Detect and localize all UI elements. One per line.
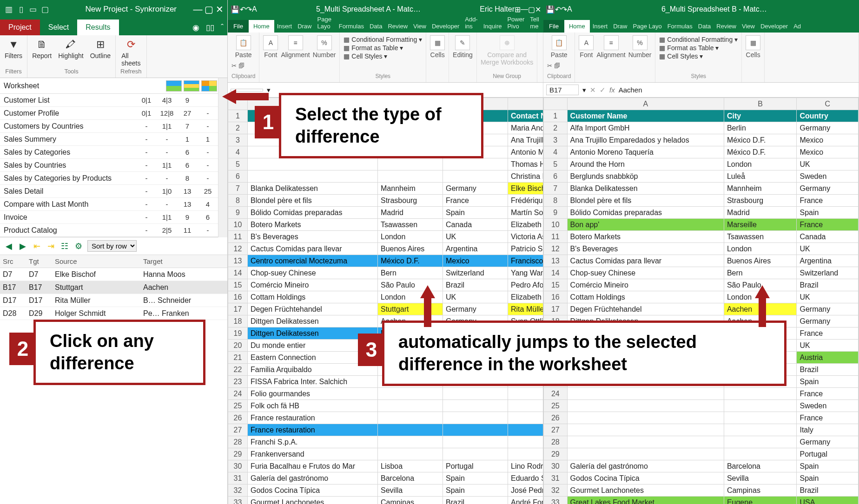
dropdown-b-icon[interactable]: ▾: [582, 86, 586, 94]
outline-button[interactable]: ⊞Outline: [90, 38, 111, 59]
table-row[interactable]: 29 Portugal: [544, 448, 859, 460]
excel-tab[interactable]: Review: [714, 20, 739, 33]
diff-settings-icon[interactable]: ⚙: [73, 241, 84, 251]
table-row[interactable]: 17 Degen Früchtehandel Aachen Germany: [544, 303, 859, 315]
table-row[interactable]: 8 Blondel père et fils Strasbourg France: [544, 195, 859, 207]
worksheet-row[interactable]: Sales Summery--11: [0, 133, 218, 146]
worksheet-row[interactable]: Customer Profile0|112|827-: [0, 107, 218, 120]
excel-tab[interactable]: Power Pivo: [504, 13, 527, 33]
font-b-icon[interactable]: A: [567, 5, 572, 13]
table-row[interactable]: 12 Cactus Comidas para llevar Buenos Air…: [228, 243, 544, 255]
diff-type-all-icon[interactable]: [201, 80, 217, 92]
redo-icon[interactable]: ↷: [246, 5, 252, 14]
layout-2-icon[interactable]: ▯: [16, 4, 26, 14]
table-row[interactable]: 17 Degen Früchtehandel Stuttgart Germany…: [228, 303, 544, 315]
panel-icon[interactable]: ▯▯: [206, 23, 214, 33]
copy-icon[interactable]: 🗐: [238, 62, 244, 69]
excel-tab[interactable]: File: [228, 20, 249, 33]
excel-tab[interactable]: Data: [367, 20, 385, 33]
worksheet-row[interactable]: Sales by Countries-1|16-: [0, 159, 218, 172]
excel-tab[interactable]: Page Layo: [315, 13, 336, 33]
worksheet-row[interactable]: Customer List0|14|39: [0, 94, 218, 107]
cell-styles-button[interactable]: ▦ Cell Styles ▾: [344, 52, 422, 60]
tab-select[interactable]: Select: [40, 20, 77, 35]
excel-tab[interactable]: View: [739, 20, 758, 33]
number-group[interactable]: %Number: [313, 35, 336, 59]
excel-tab[interactable]: Insert: [274, 20, 295, 33]
tab-project[interactable]: Project: [0, 20, 40, 35]
cells-button[interactable]: ▦Cells: [430, 35, 445, 59]
diff-type-format-icon[interactable]: [184, 80, 199, 92]
fx-label[interactable]: fx: [609, 86, 615, 94]
save-b-icon[interactable]: 💾: [546, 5, 555, 14]
worksheet-row[interactable]: Sales Detail-1|01325: [0, 185, 218, 198]
paste-button[interactable]: 📋Paste: [231, 35, 255, 59]
excel-tab[interactable]: Draw: [610, 20, 630, 33]
excel-tab[interactable]: Draw: [295, 20, 314, 33]
redo-b-icon[interactable]: ↷: [561, 5, 567, 14]
table-row[interactable]: 4 Antonio Moreno Taquería México D.F. Me…: [544, 146, 859, 158]
help-icon[interactable]: ◉: [192, 23, 199, 33]
cut-icon[interactable]: ✂: [231, 62, 237, 69]
table-row[interactable]: 5 Thomas Hardy: [228, 158, 544, 170]
report-button[interactable]: 🗎Report: [32, 38, 52, 59]
diff-row[interactable]: B17B17StuttgartAachen: [0, 281, 227, 294]
table-row[interactable]: 25 Folk och fä HB: [228, 400, 544, 412]
table-row[interactable]: 15 Comércio Mineiro São Paulo Brazil: [544, 279, 859, 291]
excel-tab[interactable]: Insert: [590, 20, 611, 33]
editing-button[interactable]: ✎Editing: [453, 35, 473, 59]
table-row[interactable]: 29 Frankenversand: [228, 448, 544, 460]
table-row[interactable]: 9 Bólido Comidas preparadas Madrid Spain…: [228, 207, 544, 219]
next-diff-icon[interactable]: ▶: [18, 241, 28, 251]
formula-b[interactable]: Aachen: [619, 86, 642, 94]
format-table-button[interactable]: ▦ Format as Table ▾: [659, 44, 738, 52]
sheet-b[interactable]: ABC1Customer NameCityCountry2 Alfa Impor…: [543, 98, 859, 504]
compare-button[interactable]: ⊕Compare and Merge Workbooks: [481, 35, 533, 66]
excel-tab[interactable]: File: [543, 20, 564, 33]
diff-filter-icon[interactable]: ☷: [59, 241, 70, 251]
table-row[interactable]: 12 B's Beverages London UK: [544, 243, 859, 255]
undo-icon[interactable]: ↶: [240, 5, 246, 14]
maximize-a-icon[interactable]: ▢: [528, 5, 535, 14]
font-group[interactable]: AFont: [579, 35, 594, 59]
table-row[interactable]: 10 Bon app' Marseille France: [544, 219, 859, 231]
table-row[interactable]: 27 France restauration: [228, 424, 544, 436]
cancel-fx-icon[interactable]: ✕: [590, 86, 596, 94]
maximize-icon[interactable]: ▢: [205, 4, 213, 14]
table-row[interactable]: 8 Blondel père et fils Strasbourg France…: [228, 195, 544, 207]
alignment-group[interactable]: ≡Alignment: [596, 35, 625, 59]
table-row[interactable]: 28 Germany: [544, 436, 859, 448]
excel-tab[interactable]: Developer: [758, 20, 791, 33]
worksheet-row[interactable]: Customers by Countries-1|17-: [0, 120, 218, 133]
table-row[interactable]: 6 Christina Berglund: [228, 170, 544, 183]
minimize-icon[interactable]: —: [193, 4, 203, 14]
table-row[interactable]: 33 Great Lakes Food Market Eugene USA: [544, 497, 859, 504]
table-row[interactable]: 25 Sweden: [544, 400, 859, 412]
excel-tab[interactable]: Home: [249, 20, 274, 33]
sheet-a[interactable]: CD1ryContact Name2 Maria Anders3 Ana Tru…: [228, 98, 543, 504]
excel-tab[interactable]: Tell me: [527, 13, 543, 33]
table-row[interactable]: 14 Chop-suey Chinese Bern Switzerland: [544, 267, 859, 279]
worksheet-row[interactable]: Product Catalog-2|511-: [0, 224, 218, 237]
layout-1-icon[interactable]: ▥: [4, 4, 14, 14]
excel-tab[interactable]: Formulas: [336, 20, 367, 33]
table-row[interactable]: 10 Botero Markets Tsawassen Canada Eliza…: [228, 219, 544, 231]
table-row[interactable]: 11 B's Beverages London UK Victoria Ashw…: [228, 231, 544, 243]
table-row[interactable]: 32 Godos Cocina Típica Sevilla Spain Jos…: [228, 484, 544, 497]
table-row[interactable]: 24 France: [544, 388, 859, 400]
excel-tab[interactable]: Home: [564, 20, 590, 33]
copy-right-icon[interactable]: ⇥: [46, 241, 56, 251]
minimize-a-icon[interactable]: —: [521, 5, 528, 13]
cond-format-button[interactable]: ▦ Conditional Formatting ▾: [344, 35, 422, 44]
table-row[interactable]: 26 France restauration: [228, 412, 544, 424]
table-row[interactable]: 31 Galería del gastrónomo Barcelona Spai…: [228, 472, 544, 484]
table-row[interactable]: 13 Centro comercial Moctezuma México D.F…: [228, 255, 544, 267]
layout-3-icon[interactable]: ▭: [28, 4, 38, 14]
worksheet-row[interactable]: Invoice-1|196: [0, 211, 218, 224]
excel-tab[interactable]: Review: [385, 20, 410, 33]
table-row[interactable]: 2 Alfa Import GmbH Berlin Germany: [544, 122, 859, 134]
table-row[interactable]: 15 Comércio Mineiro São Paulo Brazil Ped…: [228, 279, 544, 291]
excel-tab[interactable]: Data: [695, 20, 714, 33]
table-row[interactable]: 7 Blanka Delikatessen Mannheim Germany: [544, 183, 859, 195]
diff-row[interactable]: D28D29Holger SchmidtPe… Franken: [0, 307, 227, 320]
